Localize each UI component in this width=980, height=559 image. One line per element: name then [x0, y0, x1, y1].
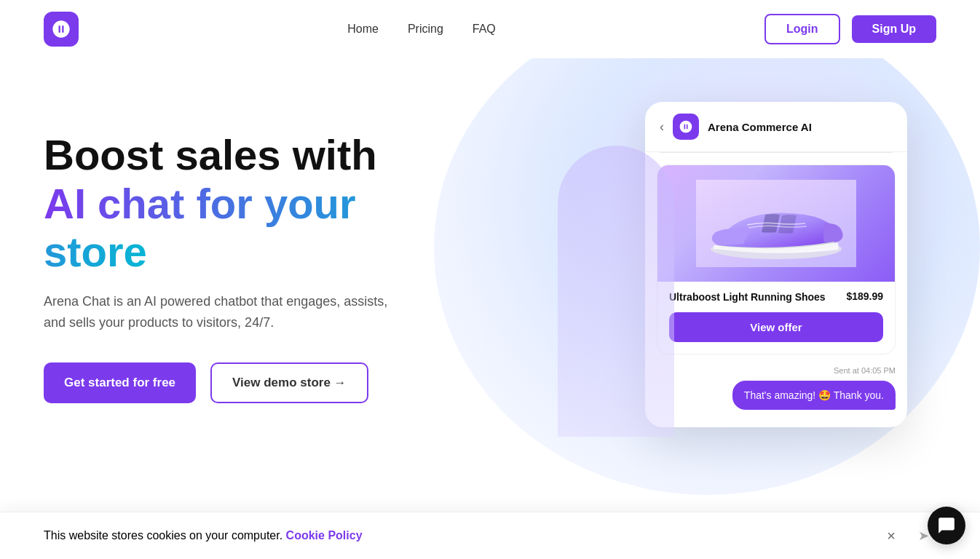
chat-fab-icon [937, 516, 956, 535]
product-image [657, 165, 895, 282]
demo-store-button[interactable]: View demo store → [210, 362, 368, 403]
product-info: Ultraboost Light Running Shoes $189.99 [657, 282, 895, 305]
header: Home Pricing FAQ Login Sign Up [0, 0, 980, 58]
hero-section: Boost sales with AI chat for your store … [0, 58, 980, 515]
hero-left: Boost sales with AI chat for your store … [44, 87, 616, 403]
chat-divider [660, 152, 893, 153]
hero-title: Boost sales with AI chat for your store [44, 131, 616, 277]
logo[interactable] [44, 12, 79, 47]
cookie-policy-link[interactable]: Cookie Policy [286, 529, 363, 542]
chat-avatar [673, 114, 699, 140]
hero-title-line1: Boost sales with [44, 131, 377, 178]
person-silhouette [558, 146, 674, 437]
logo-icon [44, 12, 79, 47]
nav-actions: Login Sign Up [764, 14, 936, 44]
chat-message-area: That's amazing! 🤩 Thank you. [645, 381, 907, 421]
logo-svg [51, 19, 71, 39]
product-card: Ultraboost Light Running Shoes $189.99 V… [657, 164, 896, 354]
signup-button[interactable]: Sign Up [852, 15, 936, 43]
cookie-text: This website stores cookies on your comp… [44, 529, 363, 542]
chat-timestamp: Sent at 04:05 PM [645, 366, 907, 381]
nav-pricing[interactable]: Pricing [408, 23, 443, 36]
hero-title-line3: store [44, 228, 147, 275]
view-offer-button[interactable]: View offer [669, 312, 883, 342]
cookie-banner: This website stores cookies on your comp… [0, 512, 980, 559]
login-button[interactable]: Login [764, 14, 840, 44]
chat-fab-button[interactable] [928, 507, 965, 544]
nav-home[interactable]: Home [347, 23, 379, 36]
chat-avatar-icon [679, 119, 693, 134]
get-started-button[interactable]: Get started for free [44, 362, 196, 403]
send-icon: ➤ [918, 528, 929, 544]
chat-widget: ‹ Arena Commerce AI [645, 102, 907, 427]
cookie-close-button[interactable]: × [887, 528, 896, 544]
cookie-text-main: This website stores cookies on your comp… [44, 529, 282, 542]
hero-subtitle: Arena Chat is an AI powered chatbot that… [44, 291, 393, 333]
hero-title-gradient: AI chat for your store [44, 180, 356, 276]
chat-header: ‹ Arena Commerce AI [645, 102, 907, 152]
nav: Home Pricing FAQ [347, 23, 496, 36]
shoe-image [696, 180, 856, 267]
chat-agent-name: Arena Commerce AI [708, 121, 812, 133]
hero-right: ‹ Arena Commerce AI [616, 87, 936, 427]
product-price: $189.99 [846, 290, 883, 302]
chat-back-button[interactable]: ‹ [660, 119, 664, 135]
product-name: Ultraboost Light Running Shoes [669, 290, 826, 305]
user-message: That's amazing! 🤩 Thank you. [732, 381, 896, 410]
hero-title-line2: AI chat for your [44, 180, 356, 227]
hero-buttons: Get started for free View demo store → [44, 362, 616, 403]
nav-faq[interactable]: FAQ [473, 23, 496, 36]
